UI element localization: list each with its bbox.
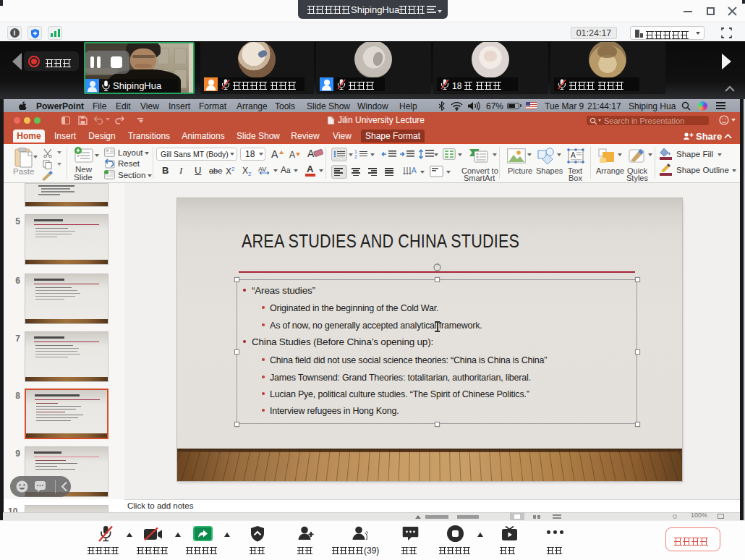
svg-text:A: A [571,151,576,159]
svg-text:A: A [412,166,417,174]
svg-text:AV: AV [258,166,266,173]
